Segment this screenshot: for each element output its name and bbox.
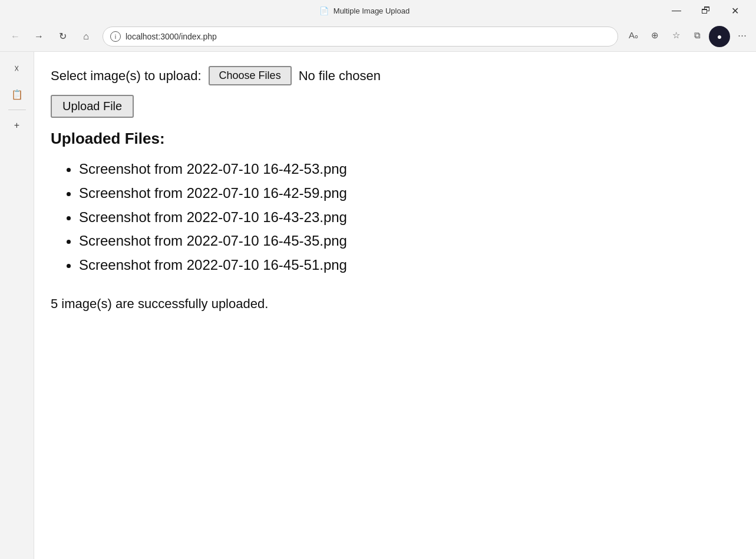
sidebar: ☓ 📋 + bbox=[0, 52, 34, 559]
window-title: Multiple Image Upload bbox=[334, 6, 410, 15]
more-button[interactable]: ⋯ bbox=[732, 26, 751, 45]
file-select-row: Select image(s) to upload: Choose Files … bbox=[51, 66, 740, 85]
sidebar-divider bbox=[8, 110, 26, 110]
list-item: Screenshot from 2022-07-10 16-42-59.png bbox=[79, 181, 740, 206]
url-display: localhost:3000/index.php bbox=[126, 32, 610, 41]
title-bar: 📄 Multiple Image Upload — 🗗 ✕ bbox=[0, 0, 756, 21]
no-file-text: No file chosen bbox=[299, 68, 381, 84]
select-label: Select image(s) to upload: bbox=[51, 68, 202, 84]
close-button[interactable]: ✕ bbox=[722, 1, 749, 20]
title-bar-controls: — 🗗 ✕ bbox=[663, 1, 749, 20]
sidebar-reading-list-button[interactable]: 📋 bbox=[5, 82, 29, 106]
files-list: Screenshot from 2022-07-10 16-42-53.pngS… bbox=[51, 157, 740, 277]
title-bar-center: 📄 Multiple Image Upload bbox=[319, 6, 410, 15]
window-icon: 📄 bbox=[319, 6, 329, 15]
page-content: Select image(s) to upload: Choose Files … bbox=[34, 52, 756, 559]
uploaded-files-heading: Uploaded Files: bbox=[51, 130, 740, 148]
address-bar-input[interactable]: i localhost:3000/index.php bbox=[103, 27, 618, 47]
list-item: Screenshot from 2022-07-10 16-42-53.png bbox=[79, 157, 740, 181]
home-button[interactable]: ⌂ bbox=[75, 26, 97, 47]
sidebar-favorites-button[interactable]: ☓ bbox=[5, 57, 29, 80]
info-icon: i bbox=[110, 31, 121, 42]
upload-file-button[interactable]: Upload File bbox=[51, 95, 134, 118]
favorites-star-button[interactable]: ☆ bbox=[666, 26, 685, 45]
address-bar-icons: Aₒ ⊕ ☆ ⧉ ● ⋯ bbox=[624, 26, 751, 47]
browser-body: ☓ 📋 + Select image(s) to upload: Choose … bbox=[0, 52, 756, 559]
sidebar-add-button[interactable]: + bbox=[5, 114, 29, 137]
list-item: Screenshot from 2022-07-10 16-45-51.png bbox=[79, 253, 740, 277]
read-mode-button[interactable]: Aₒ bbox=[624, 26, 643, 45]
profile-button[interactable]: ● bbox=[709, 26, 730, 47]
refresh-button[interactable]: ↻ bbox=[52, 26, 73, 47]
choose-files-button[interactable]: Choose Files bbox=[209, 66, 292, 85]
maximize-button[interactable]: 🗗 bbox=[692, 1, 719, 20]
list-item: Screenshot from 2022-07-10 16-45-35.png bbox=[79, 229, 740, 253]
list-item: Screenshot from 2022-07-10 16-43-23.png bbox=[79, 206, 740, 230]
success-text: 5 image(s) are successfully uploaded. bbox=[51, 296, 740, 312]
zoom-button[interactable]: ⊕ bbox=[645, 26, 664, 45]
minimize-button[interactable]: — bbox=[663, 1, 690, 20]
collections-button[interactable]: ⧉ bbox=[688, 26, 707, 45]
address-bar: ← → ↻ ⌂ i localhost:3000/index.php Aₒ ⊕ … bbox=[0, 21, 756, 52]
window-frame: 📄 Multiple Image Upload — 🗗 ✕ ← → ↻ ⌂ i … bbox=[0, 0, 756, 559]
forward-button[interactable]: → bbox=[28, 26, 49, 47]
back-button[interactable]: ← bbox=[5, 26, 26, 47]
